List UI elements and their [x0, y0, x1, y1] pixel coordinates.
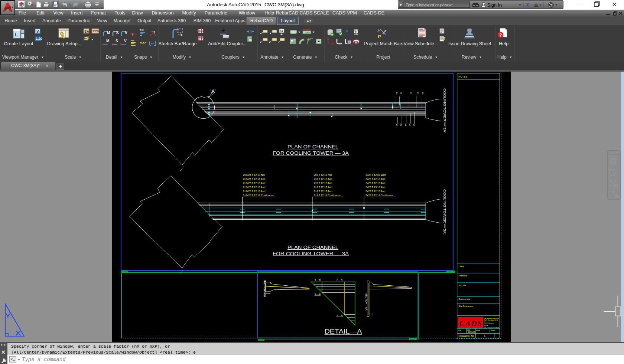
svg-text:DETAIL—A: DETAIL—A	[325, 328, 362, 335]
svg-text:98: 98	[400, 92, 402, 94]
svg-text:PLAN OF CHANNEL: PLAN OF CHANNEL	[287, 144, 338, 150]
svg-text:Client: Client	[459, 265, 464, 268]
svg-text:2x3x25 T 12 15 And: 2x3x25 T 12 15 And	[243, 190, 265, 193]
svg-text:T&L: T&L	[140, 29, 144, 32]
svg-text:2x2x25 T 12 19 And: 2x2x25 T 12 19 And	[243, 182, 265, 184]
svg-text:drawn: drawn	[491, 329, 495, 331]
svg-text:2x3 T 12 13 And: 2x3 T 12 13 And	[314, 190, 332, 193]
svg-text:'A': 'A'	[211, 88, 216, 94]
svg-text:91: 91	[400, 124, 402, 126]
svg-text:B—B: B—B	[315, 293, 321, 296]
svg-text:01: 01	[355, 31, 358, 33]
svg-text:M: M	[106, 39, 109, 43]
svg-text:Drawing title: Drawing title	[459, 298, 471, 300]
svg-text:work: work	[476, 329, 480, 331]
svg-text:X: X	[525, 2, 530, 8]
svg-text:NOTES: NOTES	[459, 75, 468, 78]
svg-text:2x22 T 12 08 With: 2x22 T 12 08 With	[365, 174, 386, 176]
svg-text:DRAWING No: DRAWING No	[459, 335, 474, 337]
svg-text:UnNamed: UnNamed	[122, 271, 130, 273]
svg-text:?: ?	[499, 33, 502, 38]
svg-text:PLAN OF CHANNEL: PLAN OF CHANNEL	[287, 245, 338, 250]
svg-text:Tel: +91 (0)44-28153690: Tel: +91 (0)44-28153690	[484, 327, 500, 328]
svg-text:V: V	[125, 31, 127, 35]
svg-text:1:20: 1:20	[92, 29, 99, 33]
svg-text:91: 91	[410, 92, 412, 94]
svg-text:94: 94	[404, 124, 407, 126]
svg-text:2x2x25 T 12 18 And: 2x2x25 T 12 18 And	[243, 186, 265, 188]
svg-text:2x3 T 12 13 And: 2x3 T 12 13 And	[314, 186, 332, 188]
svg-text:2x2x25 T 12 15 And: 2x2x25 T 12 15 And	[243, 178, 265, 180]
svg-text:98: 98	[413, 124, 415, 126]
svg-text:A—A: A—A	[337, 278, 343, 281]
svg-text:2x22 T 13 10 And: 2x22 T 13 10 And	[365, 186, 385, 188]
svg-text:1:20: 1:20	[36, 37, 42, 40]
svg-text:95: 95	[409, 124, 411, 126]
svg-text:1: 1	[484, 335, 485, 337]
svg-text:P: P	[378, 34, 381, 39]
svg-text:RC: RC	[19, 4, 24, 7]
svg-text:2x22 T 12 10 And: 2x22 T 12 10 And	[365, 190, 385, 193]
svg-text:S: S	[116, 31, 119, 35]
svg-text:A—A: A—A	[337, 314, 343, 317]
svg-text:2x22 T 12 10 And: 2x22 T 12 10 And	[365, 178, 385, 180]
svg-text:chk.: chk.	[458, 329, 461, 331]
svg-text:COOLING TOWER — 3A: COOLING TOWER — 3A	[443, 189, 447, 234]
svg-text:11/26/13: 11/26/13	[468, 331, 475, 333]
svg-text:SECTION—AA: SECTION—AA	[365, 294, 368, 311]
svg-text:32: 32	[396, 124, 398, 126]
svg-text:V: V	[36, 29, 39, 33]
svg-text:105: 105	[354, 40, 358, 43]
svg-text:L: L	[15, 32, 18, 37]
svg-text:2x3 T 12 12 Nth: 2x3 T 12 12 Nth	[314, 174, 332, 176]
svg-text:2D: 2D	[613, 163, 617, 166]
svg-text:2x3x25 T 12 13 Nth: 2x3x25 T 12 13 Nth	[243, 174, 265, 176]
svg-text:16: 16	[396, 92, 398, 94]
svg-text:Architect: Architect	[459, 275, 467, 277]
svg-text:12=5: 12=5	[305, 32, 310, 34]
svg-text:Job title: Job title	[459, 284, 466, 286]
svg-text:?: ?	[550, 3, 552, 7]
svg-text:UnNamed: UnNamed	[258, 339, 266, 341]
svg-text:Scale 1:50: Scale 1:50	[410, 338, 418, 340]
svg-text:COOLING TOWER — 3A: COOLING TOWER — 3A	[443, 88, 447, 132]
svg-text:18: 18	[422, 92, 424, 94]
svg-text:93: 93	[417, 92, 419, 94]
svg-text:FOR COOLING TOWER — 3A: FOR COOLING TOWER — 3A	[273, 150, 349, 156]
svg-text:2x22 T 12 11 Continuous: 2x22 T 12 11 Continuous	[365, 194, 394, 197]
svg-text:2x3 T 12 13 And: 2x3 T 12 13 And	[314, 182, 332, 184]
svg-text:2x22 T 12 10 And: 2x22 T 12 10 And	[365, 182, 385, 184]
svg-text:!: !	[444, 29, 445, 33]
svg-text:2x2x25 T 12 17 Continuous: 2x2x25 T 12 17 Continuous	[243, 194, 274, 197]
svg-text:V: V	[124, 39, 127, 43]
svg-text:FOR COOLING TOWER — 3A: FOR COOLING TOWER — 3A	[273, 251, 349, 256]
svg-text:Sign In: Sign In	[487, 3, 502, 8]
svg-text:SECTION—BB: SECTION—BB	[263, 280, 266, 298]
svg-text:SA: SA	[84, 29, 89, 33]
svg-text:B—B: B—B	[315, 278, 321, 281]
svg-text:2x3 T 12 14 Continuous: 2x3 T 12 14 Continuous	[314, 194, 341, 197]
svg-text:01: 01	[280, 30, 283, 33]
svg-text:Scale 1:100: Scale 1:100	[446, 271, 456, 273]
svg-text:S: S	[116, 39, 118, 43]
svg-text:Site Reference: Site Reference	[459, 305, 473, 307]
svg-text:M: M	[107, 31, 110, 35]
svg-text:2x3 T 12 13 And: 2x3 T 12 13 And	[314, 178, 332, 180]
